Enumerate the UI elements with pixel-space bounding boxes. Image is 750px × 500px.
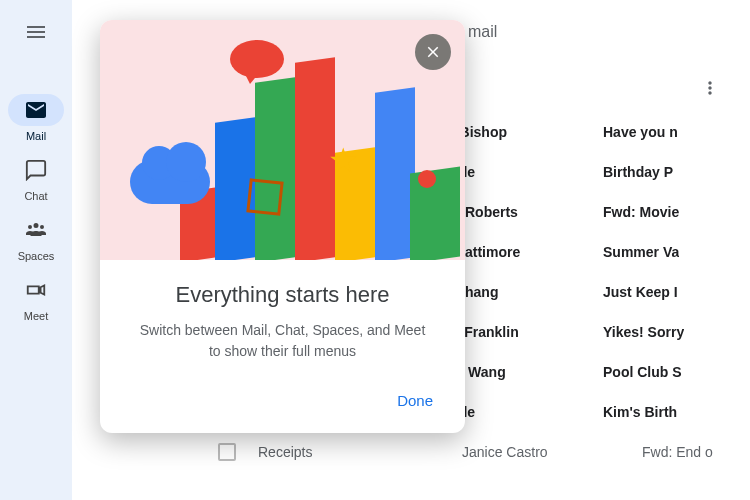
message-subject: Fwd: End o xyxy=(642,444,713,460)
cloud-icon xyxy=(130,160,210,204)
app-rail: Mail Chat Spaces Meet xyxy=(0,0,72,500)
nav-item-chat[interactable]: Chat xyxy=(0,150,72,206)
message-row[interactable]: Receipts Janice Castro Fwd: End o xyxy=(72,432,750,472)
close-icon xyxy=(424,43,442,61)
popover-illustration: ★ xyxy=(100,20,465,260)
more-vert-icon[interactable] xyxy=(700,78,720,98)
nav-label-mail: Mail xyxy=(26,130,46,142)
mail-icon xyxy=(24,98,48,122)
main-menu-button[interactable] xyxy=(12,8,60,56)
popover-description: Switch between Mail, Chat, Spaces, and M… xyxy=(124,320,441,362)
checkbox[interactable] xyxy=(218,443,236,461)
meet-icon xyxy=(25,279,47,301)
message-sender: Janice Castro xyxy=(462,444,642,460)
star-icon: ★ xyxy=(328,140,358,180)
search-hint: mail xyxy=(468,23,497,41)
message-label: Receipts xyxy=(258,444,438,460)
chat-icon xyxy=(25,159,47,181)
close-button[interactable] xyxy=(415,34,451,70)
nav-label-meet: Meet xyxy=(24,310,48,322)
spaces-icon xyxy=(24,218,48,242)
hamburger-icon xyxy=(24,20,48,44)
onboarding-popover: ★ Everything starts here Switch between … xyxy=(100,20,465,433)
nav-item-mail[interactable]: Mail xyxy=(0,90,72,146)
nav-item-meet[interactable]: Meet xyxy=(0,270,72,326)
popover-title: Everything starts here xyxy=(124,282,441,308)
done-button[interactable]: Done xyxy=(385,384,445,417)
speech-bubble-icon xyxy=(230,40,284,78)
nav-label-chat: Chat xyxy=(24,190,47,202)
nav-item-spaces[interactable]: Spaces xyxy=(0,210,72,266)
nav-label-spaces: Spaces xyxy=(18,250,55,262)
